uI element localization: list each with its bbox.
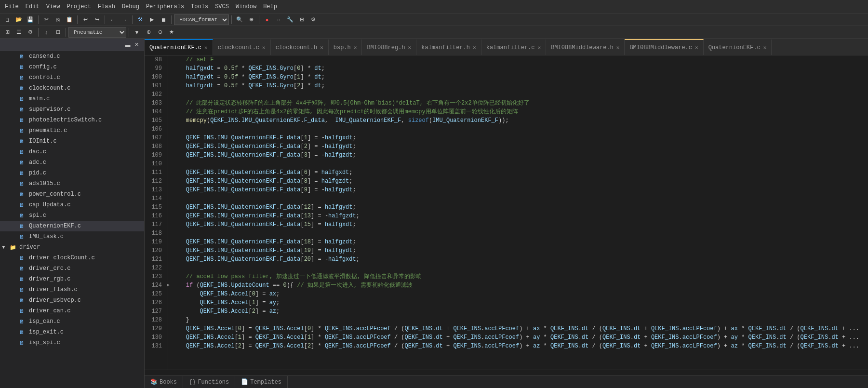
tab-quaternionekf-c2[interactable]: QuaternionEKF.c ✕ xyxy=(704,39,772,55)
menu-project[interactable]: Project xyxy=(64,3,93,10)
sidebar-item-ads1015[interactable]: 🗎 ads1015.c xyxy=(0,178,144,189)
copy-button[interactable]: ⎘ xyxy=(53,14,63,25)
sidebar-item-label: main.c xyxy=(29,95,50,102)
debug-red-button[interactable]: ● xyxy=(262,14,272,25)
sidebar-item-cansend[interactable]: 🗎 cansend.c xyxy=(0,51,144,62)
sidebar-item-driver-flash[interactable]: 🗎 driver_flash.c xyxy=(0,284,144,295)
stop-button[interactable]: ⏹ xyxy=(158,14,169,25)
next-button[interactable]: → xyxy=(119,14,130,25)
toolbar2-btn7[interactable]: ⊕ xyxy=(143,27,154,38)
code-editor[interactable]: 98 99 100 101 102 103 104 105 106 107 10… xyxy=(145,55,868,370)
sidebar-item-power-control[interactable]: 🗎 power_control.c xyxy=(0,189,144,200)
sidebar-item-main[interactable]: 🗎 main.c xyxy=(0,94,144,104)
toolbar2-btn2[interactable]: ☰ xyxy=(13,27,24,38)
toolbar2-btn1[interactable]: ⊞ xyxy=(2,27,13,38)
settings-button[interactable]: ⚙ xyxy=(308,14,319,25)
toolbar2-btn3[interactable]: ⚙ xyxy=(25,27,36,38)
tab-close-btn[interactable]: ✕ xyxy=(695,44,698,51)
tab-close-btn[interactable]: ✕ xyxy=(538,44,541,51)
toolbar2-btn5[interactable]: ⊡ xyxy=(53,27,63,38)
build-button[interactable]: ⚒ xyxy=(135,14,146,25)
new-button[interactable]: 🗋 xyxy=(2,14,13,25)
tab-close-btn[interactable]: ✕ xyxy=(204,44,208,51)
tab-books[interactable]: 📚 Books xyxy=(145,376,183,388)
menu-flash[interactable]: Flash xyxy=(95,3,118,10)
sidebar-item-spi[interactable]: 🗎 spi.c xyxy=(0,210,144,221)
sidebar-item-pneumatic[interactable]: 🗎 pneumatic.c xyxy=(0,125,144,136)
sidebar-item-cap-updata[interactable]: 🗎 cap_Updata.c xyxy=(0,200,144,210)
tab-clockcount-c[interactable]: clockcount.c ✕ xyxy=(213,39,271,55)
sidebar-item-driver-usbvcp[interactable]: 🗎 driver_usbvcp.c xyxy=(0,295,144,306)
sidebar-item-photoelectric[interactable]: 🗎 photoelectricSwitch.c xyxy=(0,115,144,125)
debug-tool-button[interactable]: 🔧 xyxy=(285,14,295,25)
sidebar-close-btn[interactable]: ✕ xyxy=(133,41,140,49)
sidebar-item-dac[interactable]: 🗎 dac.c xyxy=(0,147,144,157)
tab-bmi088middleware-c[interactable]: BMI088Middleware.c ✕ xyxy=(625,39,703,55)
menu-view[interactable]: View xyxy=(43,3,63,10)
sidebar-item-imu-task[interactable]: 🗎 IMU_task.c xyxy=(0,231,144,242)
sidebar-item-driver-rgb[interactable]: 🗎 driver_rgb.c xyxy=(0,274,144,284)
search-button[interactable]: 🔍 xyxy=(234,14,245,25)
sidebar-item-driver-crc[interactable]: 🗎 driver_crc.c xyxy=(0,263,144,274)
menu-file[interactable]: File xyxy=(2,3,22,10)
debug-grey-button[interactable]: ○ xyxy=(273,14,284,25)
grid-button[interactable]: ⊞ xyxy=(296,14,307,25)
tab-close-btn[interactable]: ✕ xyxy=(473,44,476,51)
tab-bmi088reg-h[interactable]: BMI088reg.h ✕ xyxy=(362,39,416,55)
undo-button[interactable]: ↩ xyxy=(80,14,91,25)
tab-kalmanfilter-c[interactable]: kalmanfilter.c ✕ xyxy=(481,39,546,55)
tab-bmi088middleware-h[interactable]: BMI088Middleware.h ✕ xyxy=(546,39,625,55)
toolbar2-btn6[interactable]: ▼ xyxy=(132,27,142,38)
tab-close-btn[interactable]: ✕ xyxy=(763,44,767,51)
project-combo[interactable]: Pneumatic xyxy=(68,27,126,38)
sidebar-item-pid[interactable]: 🗎 pid.c xyxy=(0,168,144,178)
sidebar-item-isp-can[interactable]: 🗎 isp_can.c xyxy=(0,316,144,327)
tab-close-btn[interactable]: ✕ xyxy=(320,44,323,51)
open-button[interactable]: 📂 xyxy=(13,14,24,25)
horizontal-scrollbar[interactable] xyxy=(145,370,868,375)
menu-help[interactable]: Help xyxy=(260,3,280,10)
sidebar-item-control[interactable]: 🗎 control.c xyxy=(0,72,144,83)
tab-functions[interactable]: {} Functions xyxy=(183,376,235,388)
menu-svcs[interactable]: SVCS xyxy=(212,3,232,10)
prev-button[interactable]: ← xyxy=(107,14,118,25)
menu-window[interactable]: Window xyxy=(233,3,259,10)
tab-close-btn[interactable]: ✕ xyxy=(262,44,266,51)
target-button[interactable]: ⊕ xyxy=(246,14,256,25)
save-button[interactable]: 💾 xyxy=(25,14,36,25)
sidebar-item-driver-folder[interactable]: ▼ 📁 driver xyxy=(0,242,144,253)
tab-bsp-h[interactable]: bsp.h ✕ xyxy=(329,39,362,55)
tab-quaternionekf-active[interactable]: QuaternionEKF.c ✕ xyxy=(145,39,213,55)
tab-clockcount-h[interactable]: clockcount.h ✕ xyxy=(271,39,329,55)
sidebar-item-driver-can[interactable]: 🗎 driver_can.c xyxy=(0,306,144,316)
toolbar2-btn4[interactable]: ↕ xyxy=(41,27,52,38)
tab-templates[interactable]: 📄 Templates xyxy=(235,376,288,388)
tab-kalmanfilter-h[interactable]: kalmanfilter.h ✕ xyxy=(416,39,481,55)
sidebar-item-adc[interactable]: 🗎 adc.c xyxy=(0,157,144,168)
tab-close-btn[interactable]: ✕ xyxy=(354,44,357,51)
sidebar-item-label: pid.c xyxy=(29,170,46,176)
sidebar-item-supervisor[interactable]: 🗎 supervisor.c xyxy=(0,104,144,115)
sidebar-item-isp-exit[interactable]: 🗎 isp_exit.c xyxy=(0,327,144,337)
paste-button[interactable]: 📋 xyxy=(64,14,75,25)
run-button[interactable]: ▶ xyxy=(147,14,157,25)
sidebar-minimize-btn[interactable]: ▬ xyxy=(124,41,132,49)
build-config-combo[interactable]: FDCAN_format xyxy=(174,14,229,25)
menu-debug[interactable]: Debug xyxy=(119,3,142,10)
menu-tools[interactable]: Tools xyxy=(188,3,211,10)
sidebar-item-driver-clock[interactable]: 🗎 driver_clockCount.c xyxy=(0,253,144,263)
sidebar-item-config[interactable]: 🗎 config.c xyxy=(0,62,144,72)
tab-close-btn[interactable]: ✕ xyxy=(616,44,620,51)
toolbar2-btn8[interactable]: ⊖ xyxy=(155,27,165,38)
cut-button[interactable]: ✂ xyxy=(41,14,52,25)
menu-edit[interactable]: Edit xyxy=(23,3,42,10)
sidebar-item-clockcount[interactable]: 🗎 clockcount.c xyxy=(0,83,144,94)
toolbar2-btn9[interactable]: ★ xyxy=(166,27,177,38)
sidebar-item-ioinit[interactable]: 🗎 IOInit.c xyxy=(0,136,144,147)
sidebar-item-quaternionekf[interactable]: 🗎 QuaternionEKF.c xyxy=(0,221,144,231)
code-line-123: // accel low pass filter, 加速度过一下低通滤波平滑数据… xyxy=(168,272,868,281)
tab-close-btn[interactable]: ✕ xyxy=(408,44,412,51)
sidebar-item-isp-spi[interactable]: 🗎 isp_spi.c xyxy=(0,337,144,348)
menu-peripherals[interactable]: Peripherals xyxy=(143,3,187,10)
redo-button[interactable]: ↪ xyxy=(92,14,102,25)
